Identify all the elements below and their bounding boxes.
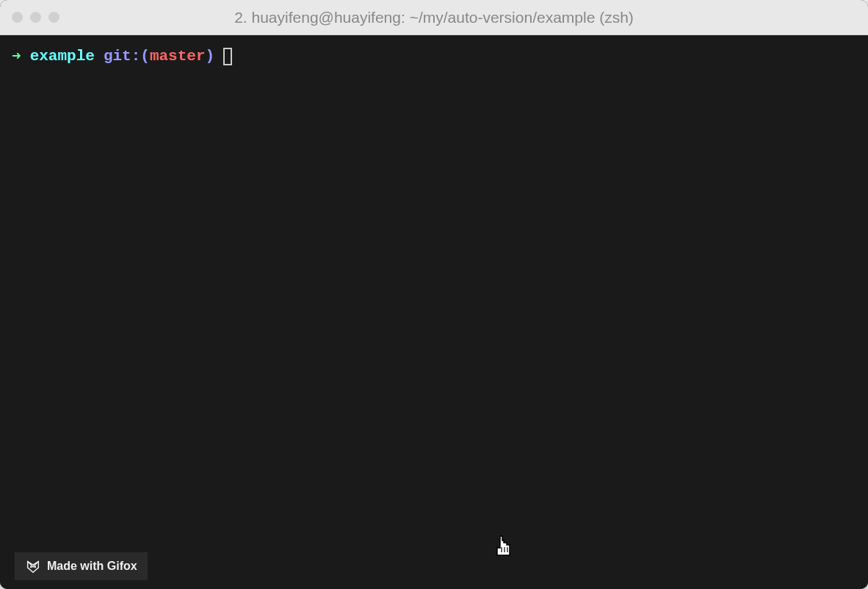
- maximize-button[interactable]: [48, 12, 59, 23]
- gifox-logo-icon: [25, 558, 41, 574]
- pointer-cursor-icon: [493, 535, 514, 558]
- prompt-paren-open: (: [140, 48, 150, 65]
- window-title: 2. huayifeng@huayifeng: ~/my/auto-versio…: [234, 9, 634, 26]
- shell-prompt: ➜ example git: ( master ): [12, 47, 856, 65]
- prompt-git-label: git:: [104, 48, 140, 65]
- prompt-git-branch: master: [150, 48, 206, 65]
- traffic-lights: [0, 12, 59, 23]
- terminal-window: 2. huayifeng@huayifeng: ~/my/auto-versio…: [0, 0, 868, 589]
- terminal-cursor: [223, 48, 232, 65]
- watermark-brand: Gifox: [107, 560, 137, 572]
- prompt-arrow-icon: ➜: [12, 47, 21, 65]
- svg-point-0: [31, 566, 32, 567]
- prompt-directory: example: [30, 48, 95, 65]
- svg-point-1: [35, 566, 35, 567]
- watermark-text: Made with Gifox: [47, 560, 137, 573]
- gifox-watermark: Made with Gifox: [15, 552, 148, 580]
- prompt-paren-close: ): [206, 48, 215, 65]
- window-titlebar[interactable]: 2. huayifeng@huayifeng: ~/my/auto-versio…: [0, 0, 868, 35]
- close-button[interactable]: [12, 12, 23, 23]
- watermark-prefix: Made with: [47, 560, 107, 572]
- minimize-button[interactable]: [30, 12, 41, 23]
- terminal-body[interactable]: ➜ example git: ( master ) Made with Gifo…: [0, 35, 868, 589]
